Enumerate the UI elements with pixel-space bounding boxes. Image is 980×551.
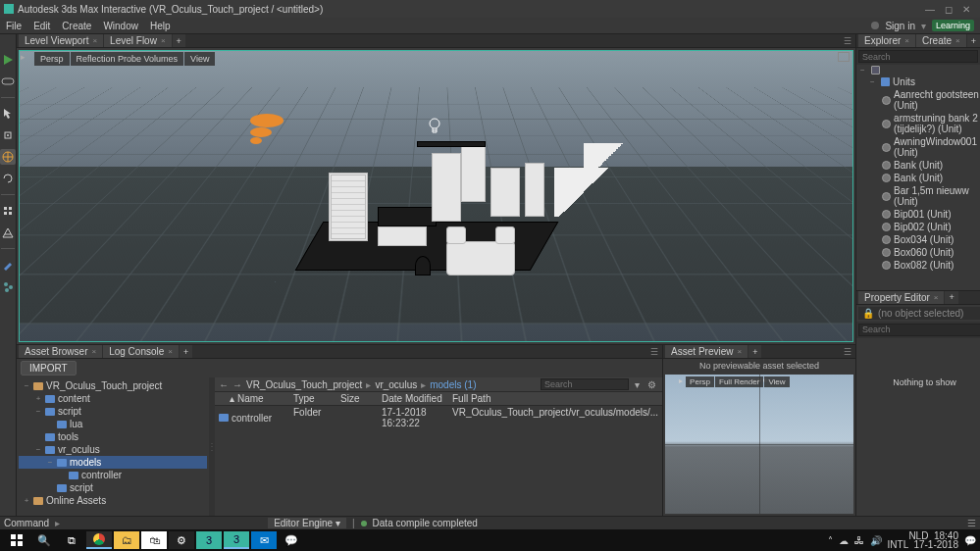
preview-viewport[interactable]: ▸ Persp Full Render View <box>665 375 853 514</box>
explorer-search-input[interactable] <box>858 50 978 63</box>
move-tool[interactable] <box>0 149 16 165</box>
explorer-item[interactable]: Bank (Unit) <box>856 159 980 172</box>
explorer-item[interactable]: Box034 (Unit) <box>856 233 980 246</box>
tree-node[interactable]: −vr_oculus <box>19 443 207 456</box>
paint-tool[interactable] <box>0 257 16 273</box>
panel-options-icon[interactable]: ☰ <box>844 347 855 357</box>
search-icon[interactable]: 🔍 <box>31 531 57 549</box>
tree-node[interactable]: +Online Assets <box>19 494 207 507</box>
menu-help[interactable]: Help <box>150 21 171 31</box>
tree-node[interactable]: lua <box>19 418 207 430</box>
taskview-icon[interactable]: ⧉ <box>59 531 84 549</box>
maximize-icon[interactable]: ◻ <box>945 4 953 15</box>
mail-icon[interactable]: ✉ <box>251 531 277 549</box>
menu-create[interactable]: Create <box>62 21 91 31</box>
tab-explorer[interactable]: Explorer× <box>858 34 915 47</box>
persp-button[interactable]: Persp <box>34 52 70 66</box>
explorer-item[interactable]: Bank (Unit) <box>856 172 980 184</box>
preview-view-button[interactable]: View <box>764 376 789 387</box>
panel-options-icon[interactable]: ☰ <box>650 347 662 357</box>
close-tab-icon[interactable]: × <box>934 293 939 302</box>
close-tab-icon[interactable]: × <box>161 36 166 45</box>
scatter-tool[interactable] <box>0 278 16 294</box>
nav-back-icon[interactable]: ← <box>219 379 229 390</box>
chrome-icon[interactable] <box>86 531 112 549</box>
start-button[interactable] <box>4 531 29 549</box>
settings-icon[interactable]: ⚙ <box>645 379 658 390</box>
reflection-probe-button[interactable]: Reflection Probe Volumes <box>71 52 184 66</box>
statusbar-options-icon[interactable]: ☰ <box>967 518 976 528</box>
explorer-tree[interactable]: − − Units Aanrecht gootsteen (Unit)armst… <box>856 65 980 290</box>
view-button[interactable]: View <box>184 52 215 66</box>
project-tree[interactable]: −VR_Oculus_Touch_project+content−script … <box>17 377 209 516</box>
onedrive-icon[interactable]: ☁ <box>839 535 849 546</box>
add-tab-button[interactable]: + <box>967 34 980 47</box>
tree-node[interactable]: tools <box>19 430 207 443</box>
close-tab-icon[interactable]: × <box>737 347 742 356</box>
tab-log-console[interactable]: Log Console× <box>103 345 179 358</box>
explorer-item[interactable]: Bip001 (Unit) <box>856 208 980 221</box>
level-viewport[interactable] <box>19 50 853 342</box>
menu-window[interactable]: Window <box>103 21 138 31</box>
close-icon[interactable]: ✕ <box>962 4 970 15</box>
tree-node[interactable]: +content <box>19 392 207 405</box>
explorer-item[interactable]: armstruning bank 2 (tijdelijk?) (Unit) <box>856 112 980 135</box>
tree-node[interactable]: −VR_Oculus_Touch_project <box>19 379 207 392</box>
filter-icon[interactable]: ▾ <box>633 379 642 390</box>
close-tab-icon[interactable]: × <box>904 36 909 45</box>
table-row[interactable]: controllerFolder17-1-2018 16:23:22VR_Ocu… <box>215 406 662 429</box>
select-tool[interactable] <box>0 106 16 122</box>
explorer-item[interactable]: Aanrecht gootsteen (Unit) <box>856 88 980 112</box>
close-tab-icon[interactable]: × <box>955 36 960 45</box>
network-icon[interactable]: 🖧 <box>854 535 864 546</box>
signin-button[interactable]: Sign in <box>885 21 915 31</box>
explorer-icon[interactable]: 🗂 <box>114 531 139 549</box>
clock[interactable]: NLD 18:40 INTL 17-1-2018 <box>888 531 958 549</box>
tab-asset-browser[interactable]: Asset Browser× <box>19 345 102 358</box>
breadcrumb-leaf[interactable]: models (1) <box>430 379 476 390</box>
menu-edit[interactable]: Edit <box>33 21 50 31</box>
tray-up-icon[interactable]: ˄ <box>828 535 833 546</box>
asset-search-input[interactable] <box>541 378 629 390</box>
tab-level-flow[interactable]: Level Flow× <box>104 34 171 47</box>
explorer-world-item[interactable]: − <box>856 65 980 75</box>
snap-grid-tool[interactable] <box>0 225 16 240</box>
tab-level-viewport[interactable]: Level Viewport× <box>19 34 103 47</box>
settings-icon[interactable]: ⚙ <box>169 531 194 549</box>
breadcrumb-root[interactable]: VR_Oculus_Touch_project <box>246 379 362 390</box>
tab-create[interactable]: Create× <box>916 34 966 47</box>
explorer-item[interactable]: Bip002 (Unit) <box>856 221 980 233</box>
close-tab-icon[interactable]: × <box>168 347 173 356</box>
menu-file[interactable]: File <box>6 21 22 31</box>
volume-icon[interactable]: 🔊 <box>870 535 882 546</box>
add-tab-button[interactable]: + <box>180 345 192 358</box>
close-tab-icon[interactable]: × <box>92 36 97 45</box>
tree-node[interactable]: −models <box>19 456 207 469</box>
store-icon[interactable]: 🛍 <box>141 531 167 549</box>
play-button[interactable] <box>0 52 16 68</box>
minimize-icon[interactable]: — <box>925 4 935 15</box>
tree-node[interactable]: controller <box>19 469 207 481</box>
engine-selector[interactable]: Editor Engine ▾ <box>268 518 346 528</box>
whatsapp-icon[interactable]: 💬 <box>279 531 304 549</box>
explorer-item[interactable]: AwningWindow001 (Unit) <box>856 135 980 159</box>
place-tool[interactable] <box>0 127 16 143</box>
add-tab-button[interactable]: + <box>748 345 761 358</box>
explorer-item[interactable]: Box060 (Unit) <box>856 246 980 259</box>
preview-fullrender-button[interactable]: Full Render <box>715 376 763 387</box>
tree-node[interactable]: −script <box>19 405 207 418</box>
breadcrumb-mid[interactable]: vr_oculus <box>375 379 417 390</box>
tree-node[interactable]: script <box>19 481 207 494</box>
tab-property-editor[interactable]: Property Editor× <box>858 291 944 304</box>
gamepad-icon[interactable] <box>0 74 16 89</box>
learning-button[interactable]: Learning <box>932 20 974 31</box>
preview-persp-button[interactable]: Persp <box>686 376 714 387</box>
nav-fwd-icon[interactable]: → <box>232 379 242 390</box>
rotate-tool[interactable] <box>0 171 16 186</box>
snap-tool[interactable] <box>0 203 16 219</box>
maximize-viewport-icon[interactable] <box>838 52 850 62</box>
close-tab-icon[interactable]: × <box>91 347 96 356</box>
tab-asset-preview[interactable]: Asset Preview× <box>665 345 748 358</box>
property-search-input[interactable] <box>858 324 980 336</box>
panel-options-icon[interactable]: ☰ <box>844 36 855 46</box>
